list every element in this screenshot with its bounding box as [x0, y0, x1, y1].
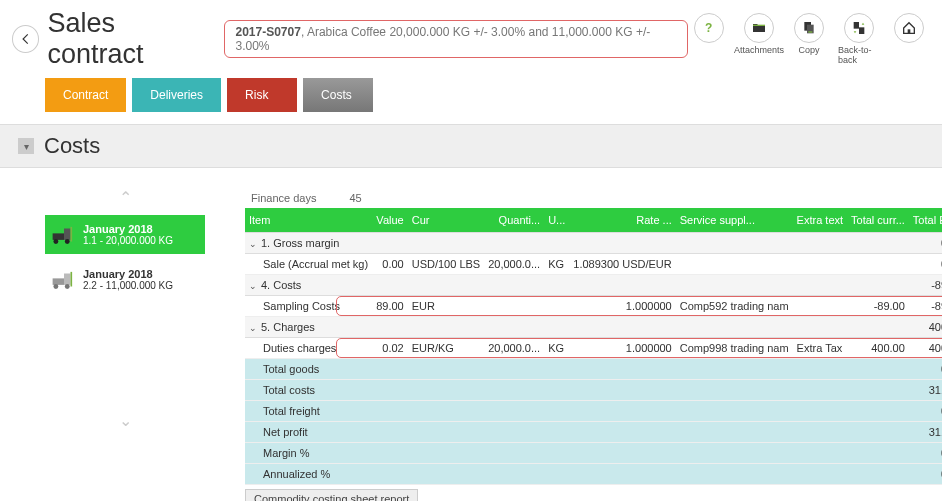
- contract-id: 2017-S0707: [235, 25, 300, 39]
- back-button[interactable]: [12, 25, 39, 53]
- expand-icon[interactable]: ⌄: [249, 281, 261, 291]
- svg-rect-16: [71, 271, 73, 286]
- svg-rect-12: [53, 278, 64, 285]
- swap-icon: [851, 20, 867, 36]
- collapse-toggle[interactable]: ▾: [18, 138, 34, 154]
- row-total-goods: Total goods 0.000.00: [245, 359, 942, 380]
- row-annualized-pct: Annualized % 0.00: [245, 464, 942, 485]
- lot-sub: 1.1 - 20,000.000 KG: [83, 235, 173, 246]
- group-charges[interactable]: ⌄5. Charges 400.00 0.02: [245, 317, 942, 338]
- svg-point-14: [53, 284, 58, 289]
- svg-rect-4: [854, 22, 859, 29]
- col-toteur[interactable]: Total EUR: [909, 208, 942, 233]
- tab-costs[interactable]: Costs: [303, 78, 373, 112]
- group-gross-margin[interactable]: ⌄1. Gross margin 0.00 0.00: [245, 233, 942, 254]
- row-total-freight: Total freight 0.000.00: [245, 401, 942, 422]
- expand-icon[interactable]: ⌄: [249, 323, 261, 333]
- svg-point-10: [65, 239, 70, 244]
- forklift-icon: [51, 269, 77, 291]
- home-button[interactable]: [888, 13, 930, 65]
- svg-rect-5: [859, 27, 864, 34]
- svg-rect-11: [71, 226, 73, 241]
- forklift-icon: [51, 224, 77, 246]
- lot-title: January 2018: [83, 223, 173, 235]
- row-margin-pct: Margin % 0.00: [245, 443, 942, 464]
- col-extra[interactable]: Extra text: [793, 208, 847, 233]
- lot-title: January 2018: [83, 268, 173, 280]
- finance-days-label: Finance days: [251, 192, 316, 204]
- costs-table: Item Value Cur Quanti... U... Rate ... S…: [245, 208, 942, 485]
- arrow-left-icon: [19, 32, 33, 46]
- col-item[interactable]: Item: [245, 208, 372, 233]
- folder-icon: [751, 20, 767, 36]
- copy-icon: [801, 20, 817, 36]
- section-title: Costs: [44, 133, 100, 159]
- scroll-down-icon[interactable]: ⌄: [45, 409, 205, 432]
- col-value[interactable]: Value: [372, 208, 408, 233]
- lot-card-2[interactable]: January 2018 2.2 - 11,000.000 KG: [45, 260, 205, 299]
- col-totcur[interactable]: Total curr...: [847, 208, 909, 233]
- row-duties[interactable]: Duties charges 0.02 EUR/KG 20,000.0... K…: [245, 338, 942, 359]
- group-costs[interactable]: ⌄4. Costs -89.00 0.00: [245, 275, 942, 296]
- col-rate[interactable]: Rate ...: [569, 208, 675, 233]
- svg-rect-6: [908, 29, 911, 33]
- tab-deliveries[interactable]: Deliveries: [132, 78, 221, 112]
- attachments-button[interactable]: Attachments: [738, 13, 780, 65]
- svg-rect-3: [808, 31, 812, 32]
- col-cur[interactable]: Cur: [408, 208, 484, 233]
- row-sampling[interactable]: Sampling Costs 89.00 EUR 1.000000 Comp59…: [245, 296, 942, 317]
- row-sale[interactable]: Sale (Accrual met kg) 0.00 USD/100 LBS 2…: [245, 254, 942, 275]
- help-button[interactable]: ?: [688, 13, 730, 65]
- lot-card-1[interactable]: January 2018 1.1 - 20,000.000 KG: [45, 215, 205, 254]
- copy-button[interactable]: Copy: [788, 13, 830, 65]
- svg-rect-7: [53, 233, 64, 240]
- col-uom[interactable]: U...: [544, 208, 569, 233]
- page-title: Sales contract: [47, 8, 214, 70]
- tab-risk[interactable]: Risk: [227, 78, 297, 112]
- expand-icon[interactable]: ⌄: [249, 239, 261, 249]
- scroll-up-icon[interactable]: ⌃: [45, 186, 205, 209]
- row-net-profit: Net profit 311.000.02: [245, 422, 942, 443]
- col-supplier[interactable]: Service suppl...: [676, 208, 793, 233]
- contract-summary: 2017-S0707, Arabica Coffee 20,000.000 KG…: [224, 20, 688, 58]
- svg-point-9: [53, 239, 58, 244]
- lot-sub: 2.2 - 11,000.000 KG: [83, 280, 173, 291]
- svg-text:?: ?: [705, 21, 712, 35]
- tab-contract[interactable]: Contract: [45, 78, 126, 112]
- back-to-back-button[interactable]: Back-to-back: [838, 13, 880, 65]
- svg-rect-13: [64, 273, 71, 284]
- col-qty[interactable]: Quanti...: [484, 208, 544, 233]
- finance-days-value: 45: [350, 192, 362, 204]
- home-icon: [901, 20, 917, 36]
- question-icon: ?: [701, 20, 717, 36]
- row-total-costs: Total costs 311.000.02: [245, 380, 942, 401]
- costing-report-button[interactable]: Commodity costing sheet report: [245, 489, 418, 501]
- svg-rect-8: [64, 228, 71, 239]
- svg-point-15: [65, 284, 70, 289]
